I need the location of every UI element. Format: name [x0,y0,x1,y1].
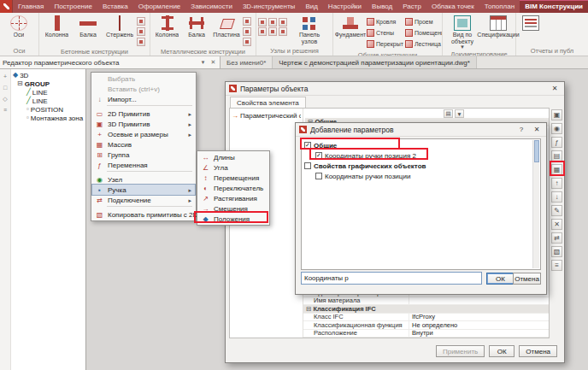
apply-button[interactable]: Применить [436,345,485,357]
small-tool-icon[interactable] [258,18,267,26]
ribbon-tab[interactable]: Настройки [323,0,367,13]
cancel-button[interactable]: Отмена [519,345,557,357]
ribbon-tab[interactable]: 3D-инструменты [238,0,301,13]
side-tool-button[interactable]: ▧ [551,246,562,257]
submenu-item[interactable]: ↗ Растягивания [198,193,268,203]
shape-tool-icon[interactable]: □ [2,84,9,91]
select-tool-icon[interactable]: + [2,73,9,80]
context-menu-item[interactable]: + Осевые и размеры [92,129,195,139]
scrollbar-thumb[interactable] [534,140,539,162]
context-menu-item[interactable]: ⊞ Группа [92,150,195,160]
submenu-item[interactable]: ∠ Угла [198,162,268,173]
side-tool-button[interactable]: ⇄ [551,232,562,244]
submenu-item[interactable]: ◆ Положения [198,214,268,224]
small-tool-icon[interactable] [268,18,277,26]
pin-icon[interactable] [199,59,207,67]
small-tool-icon[interactable] [137,38,145,46]
ribbon-small-button[interactable]: Кровля [367,16,403,27]
parameter-checkbox-row[interactable]: Общие [303,140,539,150]
ribbon-small-button[interactable]: Проем [405,16,442,27]
ribbon-tab[interactable]: Топоплан [479,0,520,13]
small-tool-icon[interactable] [279,27,287,36]
property-row[interactable]: Классификационная функция Не определено [303,321,549,330]
close-dialog-icon[interactable] [549,84,561,94]
side-tool-button[interactable]: ✕ [551,219,562,230]
submenu-item[interactable]: → Смещения [198,203,268,214]
side-tool-button[interactable]: ▣ [551,109,562,120]
small-tool-icon[interactable] [137,17,145,26]
parameter-checkbox-row[interactable]: Свойства графических объектов [303,161,539,171]
side-tool-button[interactable]: ↑ [551,178,562,189]
help-button[interactable]: ? [515,125,527,135]
ribbon-tab[interactable]: Вставка [97,0,133,13]
property-row[interactable]: Классификация IFC [303,305,549,314]
ribbon-tab[interactable]: Облака точек [426,0,479,13]
tree-item[interactable]: ▫ Монтажная зона [11,114,85,122]
context-menu-item[interactable] [107,171,192,173]
parameter-name-input[interactable] [301,272,482,285]
ribbon-tab[interactable]: Зависимости [185,0,238,13]
tree-item[interactable]: ╱ LINE [11,88,85,97]
context-menu-item[interactable]: Вставить (ctrl+v) [92,84,195,94]
steel-column-button[interactable]: Колонна [152,14,182,45]
report-button[interactable] [518,14,544,32]
concrete-beam-button[interactable]: Балка [74,14,103,45]
small-tool-icon[interactable] [268,27,277,36]
ribbon-small-button[interactable]: Помещение [405,27,442,38]
ribbon-tab[interactable]: Растр [397,0,426,13]
ribbon-small-button[interactable]: Перекрытие [367,38,403,50]
property-row[interactable]: Имя материала [303,297,549,306]
context-menu-item[interactable] [107,206,192,208]
context-menu-item[interactable]: ⇄ Подключение [92,195,195,205]
parametric-object-node[interactable]: → Параметрический объект [232,112,301,120]
property-row[interactable]: Расположение Внутри [303,330,549,338]
snap-tool-icon[interactable]: ◇ [2,95,9,103]
ribbon-small-button[interactable]: Стены [367,27,403,38]
tree-item[interactable]: ╱ LINE [11,97,85,105]
side-tool-button[interactable]: ↓ [551,191,562,203]
parameter-checkbox-row[interactable]: Координаты ручки позиции [303,171,539,181]
rebar-button[interactable]: Стержень [103,14,136,45]
tab-element-properties[interactable]: Свойства элемента [230,97,306,109]
ribbon-small-button[interactable]: Лестница [405,38,442,50]
sort-view-icon[interactable] [455,109,464,118]
property-row[interactable]: Класс IFC IfcProxy [303,314,549,322]
submenu-item[interactable]: ↕ Перемещения [198,173,268,183]
ok-button[interactable]: ОК [486,273,514,285]
checkbox[interactable] [315,152,322,159]
small-tool-icon[interactable] [137,27,145,36]
cancel-button[interactable]: Отмена [513,273,541,285]
document-tab[interactable]: Без имени0* [220,56,273,68]
small-tool-icon[interactable] [279,18,287,26]
small-tool-icon[interactable] [243,17,251,26]
context-menu-item[interactable]: ▦ Массив [92,139,195,150]
checkbox[interactable] [304,142,311,149]
steel-beam-button[interactable]: Балка [183,14,210,45]
foundation-button[interactable]: Фундамент [335,14,366,45]
ok-button[interactable]: ОК [489,345,514,357]
context-menu-item[interactable]: ↓ Импорт... [92,94,195,104]
side-tool-button[interactable]: ƒ [551,137,562,148]
node-panel-button[interactable]: Панель узлов [291,14,328,45]
small-tool-icon[interactable] [258,27,267,36]
side-tool-button[interactable]: ≡ [551,260,562,271]
small-tool-icon[interactable] [243,27,251,36]
context-menu-item[interactable]: ▣ 3D Примитив [92,119,195,129]
scrollbar[interactable] [532,140,539,268]
submenu-item[interactable]: ↔ Длины [198,152,268,162]
side-tool-button[interactable]: ▦ [551,164,562,175]
ribbon-tab[interactable]: Главная [13,0,49,13]
ribbon-tab[interactable]: BIM Конструкции [520,0,588,13]
tree-item[interactable]: ⊟ GROUP [11,79,85,88]
close-panel-icon[interactable] [209,59,217,67]
document-tab[interactable]: Чертеж с демонстрацией параметризации ор… [273,56,477,68]
side-tool-button[interactable]: ▤ [551,150,562,162]
axes-button[interactable]: Оси [2,14,36,45]
categorized-view-icon[interactable] [444,109,453,118]
specifications-button[interactable]: Спецификации [481,14,515,45]
checkbox[interactable] [304,162,311,169]
ribbon-tab[interactable]: Вывод [367,0,397,13]
side-tool-button[interactable]: ✎ [551,205,562,216]
context-menu-item[interactable]: ▧ Копировать примитивы с 2D [92,209,195,220]
submenu-item[interactable]: ◐ Переключатель [198,183,268,193]
